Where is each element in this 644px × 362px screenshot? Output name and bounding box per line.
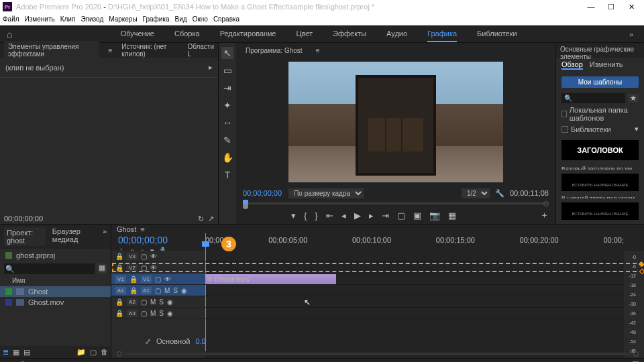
checkbox[interactable] — [561, 126, 568, 133]
zoom-select[interactable]: По размеру кадра — [288, 188, 364, 198]
eg-tab-edit[interactable]: Изменить — [590, 60, 623, 70]
src-a1[interactable]: A1 — [115, 287, 126, 294]
timeline-ruler[interactable]: 3 00;00 00;00;05;00 00;00;10;00 00;00;15… — [205, 233, 644, 251]
eye-icon[interactable]: 👁 — [164, 276, 171, 283]
master-value[interactable]: 0.0 — [195, 337, 205, 346]
play-icon[interactable]: ▶ — [354, 210, 361, 221]
template-thumb[interactable]: ВСТАВИТЬ НАИМЕНОВАНИЕ — [561, 174, 639, 191]
track-v2[interactable]: V2 — [127, 264, 138, 272]
chevron-down-icon[interactable]: ▾ — [635, 125, 639, 133]
checkbox[interactable] — [561, 111, 567, 117]
toggle-icon[interactable]: ▢ — [141, 310, 147, 317]
track-select-tool-icon[interactable]: ▭ — [221, 64, 233, 76]
selection-tool-icon[interactable]: ↖ — [221, 47, 233, 59]
eye-icon[interactable]: 👁 — [150, 264, 157, 272]
rate-tool-icon[interactable]: ✦ — [221, 99, 233, 111]
panel-menu-icon[interactable]: ≡ — [140, 225, 144, 233]
program-tab[interactable]: Программа: Ghost — [241, 45, 307, 56]
toggle-icon[interactable]: ▢ — [141, 264, 147, 272]
menu-clip[interactable]: Клип — [60, 15, 76, 23]
new-bin-icon[interactable]: 📁 — [76, 348, 86, 357]
project-tab[interactable]: Проект: ghost — [4, 227, 46, 246]
vertical-scrollbar[interactable] — [637, 251, 644, 358]
step-back-icon[interactable]: ◂ — [341, 210, 346, 221]
maximize-button[interactable]: ☐ — [601, 3, 621, 11]
track-a2[interactable]: A2 — [127, 298, 138, 306]
menu-help[interactable]: Справка — [213, 15, 239, 23]
comparison-icon[interactable]: ▦ — [448, 210, 456, 221]
lane-v2[interactable] — [205, 262, 624, 274]
mark-in-icon[interactable]: { — [304, 210, 307, 221]
ft-icon[interactable]: ▤ — [632, 359, 639, 362]
template-thumb[interactable]: ВСТАВИТЬ НАИМЕНОВАНИЕ — [561, 202, 639, 220]
button-editor-icon[interactable]: ＋ — [540, 209, 555, 221]
src-v1[interactable]: V1 — [115, 276, 126, 283]
panel-menu-icon[interactable]: ≡ — [109, 47, 113, 54]
track-a3[interactable]: A3 — [127, 310, 138, 317]
column-name[interactable]: Имя — [0, 276, 111, 286]
slip-tool-icon[interactable]: ↔ — [221, 117, 233, 129]
wrench-icon[interactable]: 🔧 — [495, 189, 504, 198]
eg-search-input[interactable] — [561, 93, 625, 103]
overflow-icon[interactable]: » — [103, 227, 107, 246]
menu-edit[interactable]: Изменить — [25, 15, 55, 23]
media-browser-tab[interactable]: Браузер медиад — [52, 227, 96, 246]
ws-assembly[interactable]: Сборка — [174, 26, 200, 42]
mic-icon[interactable]: ◉ — [167, 310, 173, 317]
lane-a2[interactable] — [205, 296, 624, 308]
menu-window[interactable]: Окно — [193, 15, 208, 23]
project-item-seq[interactable]: Ghost — [0, 286, 111, 297]
menu-view[interactable]: Вид — [175, 15, 187, 23]
ft-icon[interactable]: ▱ — [5, 359, 11, 362]
track-v3[interactable]: V3 — [127, 253, 138, 260]
project-search-input[interactable] — [4, 263, 95, 274]
lock-icon[interactable]: 🔒 — [115, 253, 123, 260]
ft-icon[interactable]: — — [604, 360, 612, 363]
mic-icon[interactable]: ◉ — [167, 298, 173, 306]
export-frame-icon[interactable]: 📷 — [429, 210, 440, 221]
extract-icon[interactable]: ▣ — [413, 210, 421, 221]
my-templates-button[interactable]: Мои шаблоны — [561, 76, 639, 88]
program-scrubber[interactable] — [243, 200, 549, 206]
track-v1[interactable]: V1 — [141, 276, 152, 283]
home-icon[interactable]: ⌂ — [7, 29, 12, 40]
lane-v3[interactable] — [205, 251, 624, 262]
ft-icon[interactable]: ≡ — [620, 360, 624, 363]
toggle-icon[interactable]: ▢ — [141, 253, 147, 260]
icon-view-icon[interactable]: ▦ — [13, 348, 19, 357]
timeline-tc[interactable]: 00;00;00;00 — [118, 235, 199, 245]
menu-graphics[interactable]: Графика — [143, 15, 170, 23]
lift-icon[interactable]: ▢ — [397, 210, 405, 221]
ws-color[interactable]: Цвет — [296, 26, 313, 42]
toggle-icon[interactable]: ▢ — [141, 298, 147, 306]
program-monitor[interactable] — [288, 62, 503, 182]
template-thumb[interactable]: ЗАГОЛОВОК — [561, 140, 639, 160]
lock-icon[interactable]: 🔒 — [115, 298, 123, 306]
type-tool-icon[interactable]: T — [221, 169, 233, 181]
resolution-select[interactable]: 1/2 — [462, 188, 490, 198]
lock-icon[interactable]: 🔒 — [129, 276, 138, 283]
expand-icon[interactable]: ⤢ — [145, 337, 151, 346]
ripple-tool-icon[interactable]: ⇥ — [221, 82, 233, 94]
loop-icon[interactable]: ↻ — [198, 215, 204, 223]
lock-icon[interactable]: 🔒 — [129, 287, 138, 294]
program-tc[interactable]: 00;00;00;00 — [243, 189, 282, 197]
toggle-icon[interactable]: ▢ — [155, 276, 161, 283]
step-fwd-icon[interactable]: ▸ — [369, 210, 374, 221]
tab-source[interactable]: Источник: (нет клипов) — [121, 43, 178, 58]
eye-icon[interactable]: 👁 — [150, 253, 157, 260]
go-out-icon[interactable]: ⇥ — [382, 210, 389, 221]
ws-graphics[interactable]: Графика — [427, 26, 457, 42]
lock-icon[interactable]: 🔒 — [115, 264, 123, 272]
ws-editing[interactable]: Редактирование — [220, 26, 276, 42]
new-item-icon[interactable]: ▢ — [90, 348, 97, 357]
minimize-button[interactable]: — — [581, 3, 601, 11]
timeline-clip[interactable]: fxGhost.mov — [205, 274, 336, 284]
grid-icon[interactable]: ▦ — [97, 263, 107, 274]
toggle-icon[interactable]: ▢ — [155, 287, 161, 294]
ws-audio[interactable]: Аудио — [386, 26, 407, 42]
ws-libraries[interactable]: Библиотеки — [477, 26, 517, 42]
menu-markers[interactable]: Маркеры — [109, 15, 137, 23]
trash-icon[interactable]: 🗑 — [101, 348, 108, 356]
panel-menu-icon[interactable]: ≡ — [312, 45, 324, 56]
